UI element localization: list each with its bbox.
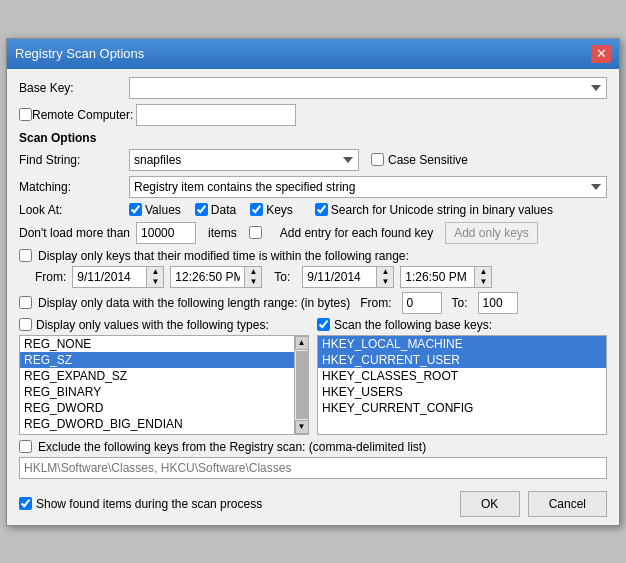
from-time-up-btn[interactable]: ▲ [245, 267, 261, 277]
from-label: From: [35, 270, 66, 284]
to-time-down-btn[interactable]: ▼ [475, 277, 491, 287]
display-length-row: Display only data with the following len… [19, 292, 607, 314]
look-at-options: Values Data Keys Search for Unicode stri… [129, 203, 553, 217]
keys-checkbox[interactable] [250, 203, 263, 216]
types-scrollbar[interactable]: ▲ ▼ [294, 336, 308, 434]
exclude-label: Exclude the following keys from the Regi… [38, 440, 426, 454]
matching-label: Matching: [19, 180, 129, 194]
to-label-2: To: [452, 296, 468, 310]
scan-base-keys-panel-label: Scan the following base keys: [317, 318, 607, 332]
matching-row: Matching: Registry item contains the spe… [19, 176, 607, 198]
types-panel-label: Display only values with the following t… [19, 318, 309, 332]
to-time-input[interactable] [400, 266, 475, 288]
find-string-row: Find String: snapfiles Case Sensitive [19, 149, 607, 171]
values-checkbox[interactable] [129, 203, 142, 216]
display-modified-section: Display only keys that their modified ti… [19, 249, 607, 288]
matching-select[interactable]: Registry item contains the specified str… [129, 176, 607, 198]
add-only-button[interactable]: Add only keys [445, 222, 538, 244]
to-date-spin-btns: ▲ ▼ [377, 266, 394, 288]
types-listbox-inner: REG_NONE REG_SZ REG_EXPAND_SZ REG_BINARY… [20, 336, 294, 434]
from-date-spin-btns: ▲ ▼ [147, 266, 164, 288]
base-key-row: Base Key: [19, 77, 607, 99]
display-modified-checkbox[interactable] [19, 249, 32, 262]
cancel-button[interactable]: Cancel [528, 491, 607, 517]
case-sensitive-label: Case Sensitive [388, 153, 468, 167]
scan-base-keys-checkbox[interactable] [317, 318, 330, 331]
exclude-checkbox-row: Exclude the following keys from the Regi… [19, 440, 607, 454]
types-listbox[interactable]: REG_NONE REG_SZ REG_EXPAND_SZ REG_BINARY… [19, 335, 309, 435]
find-string-label: Find String: [19, 153, 129, 167]
items-label: items [208, 226, 237, 240]
look-at-row: Look At: Values Data Keys Search for Uni… [19, 203, 607, 217]
remote-computer-checkbox[interactable] [19, 108, 32, 121]
list-item[interactable]: REG_BINARY [20, 384, 294, 400]
to-label-1: To: [274, 270, 290, 284]
display-modified-label: Display only keys that their modified ti… [38, 249, 409, 263]
from-length-input[interactable] [402, 292, 442, 314]
scan-options-heading: Scan Options [19, 131, 607, 145]
remote-computer-input[interactable] [136, 104, 296, 126]
remote-computer-label: Remote Computer: [32, 108, 136, 122]
exclude-checkbox[interactable] [19, 440, 32, 453]
look-at-label: Look At: [19, 203, 129, 217]
list-item[interactable]: HKEY_CLASSES_ROOT [318, 368, 606, 384]
unicode-checkbox[interactable] [315, 203, 328, 216]
to-time-up-btn[interactable]: ▲ [475, 267, 491, 277]
base-key-select[interactable] [129, 77, 607, 99]
from-time-spin-btns: ▲ ▼ [245, 266, 262, 288]
from-label-2: From: [360, 296, 391, 310]
date-range-row: From: ▲ ▼ ▲ ▼ To: [35, 266, 607, 288]
scroll-up-btn[interactable]: ▲ [295, 336, 309, 350]
to-date-input[interactable] [302, 266, 377, 288]
from-time-input[interactable] [170, 266, 245, 288]
data-label: Data [211, 203, 236, 217]
list-item[interactable]: REG_EXPAND_SZ [20, 368, 294, 384]
list-item[interactable]: HKEY_CURRENT_USER [318, 352, 606, 368]
unicode-check-item: Search for Unicode string in binary valu… [315, 203, 553, 217]
list-item[interactable]: HKEY_CURRENT_CONFIG [318, 400, 606, 416]
from-date-up-btn[interactable]: ▲ [147, 267, 163, 277]
types-panel: Display only values with the following t… [19, 318, 309, 435]
display-length-checkbox[interactable] [19, 296, 32, 309]
dont-load-row: Don't load more than items Add entry for… [19, 222, 607, 244]
to-date-down-btn[interactable]: ▼ [377, 277, 393, 287]
unicode-label: Search for Unicode string in binary valu… [331, 203, 553, 217]
keys-label: Keys [266, 203, 293, 217]
display-types-label: Display only values with the following t… [36, 318, 269, 332]
ok-button[interactable]: OK [460, 491, 520, 517]
dont-load-input[interactable] [136, 222, 196, 244]
to-length-input[interactable] [478, 292, 518, 314]
display-types-checkbox[interactable] [19, 318, 32, 331]
dont-load-label: Don't load more than [19, 226, 130, 240]
base-key-label: Base Key: [19, 81, 129, 95]
list-item[interactable]: HKEY_USERS [318, 384, 606, 400]
action-buttons: OK Cancel [460, 491, 607, 517]
exclude-input[interactable] [19, 457, 607, 479]
keys-check-item: Keys [250, 203, 293, 217]
list-item[interactable]: REG_DWORD [20, 400, 294, 416]
close-button[interactable]: ✕ [591, 45, 611, 63]
list-item[interactable]: HKEY_LOCAL_MACHINE [318, 336, 606, 352]
to-date-up-btn[interactable]: ▲ [377, 267, 393, 277]
scan-base-keys-listbox[interactable]: HKEY_LOCAL_MACHINE HKEY_CURRENT_USER HKE… [317, 335, 607, 435]
list-item[interactable]: REG_DWORD_BIG_ENDIAN [20, 416, 294, 432]
from-time-down-btn[interactable]: ▼ [245, 277, 261, 287]
show-found-checkbox[interactable] [19, 497, 32, 510]
to-time-spinbox: ▲ ▼ [400, 266, 492, 288]
values-check-item: Values [129, 203, 181, 217]
add-entry-checkbox[interactable] [249, 226, 262, 239]
scroll-thumb [296, 351, 308, 419]
list-item[interactable]: REG_SZ [20, 352, 294, 368]
exclude-row: Exclude the following keys from the Regi… [19, 440, 607, 479]
list-item[interactable]: REG_NONE [20, 336, 294, 352]
from-date-input[interactable] [72, 266, 147, 288]
find-string-select[interactable]: snapfiles [129, 149, 359, 171]
from-date-spinbox: ▲ ▼ [72, 266, 164, 288]
from-date-down-btn[interactable]: ▼ [147, 277, 163, 287]
display-length-label: Display only data with the following len… [38, 296, 350, 310]
scroll-down-btn[interactable]: ▼ [295, 420, 309, 434]
data-checkbox[interactable] [195, 203, 208, 216]
title-bar: Registry Scan Options ✕ [7, 39, 619, 69]
case-sensitive-checkbox[interactable] [371, 153, 384, 166]
scan-base-keys-label: Scan the following base keys: [334, 318, 492, 332]
